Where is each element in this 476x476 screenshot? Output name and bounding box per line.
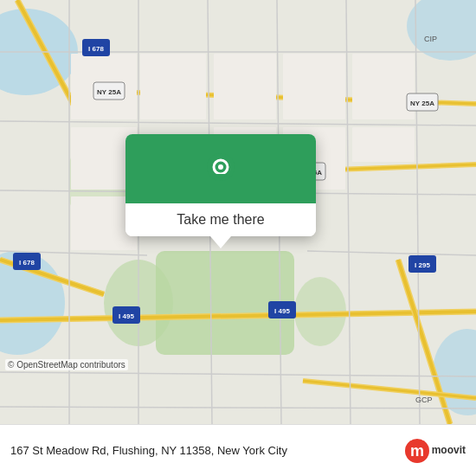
svg-rect-39 bbox=[352, 54, 415, 119]
svg-rect-37 bbox=[140, 54, 206, 119]
svg-text:m: m bbox=[410, 442, 424, 460]
svg-text:CIP: CIP bbox=[424, 35, 437, 43]
svg-text:I 295: I 295 bbox=[415, 261, 430, 269]
card-header bbox=[125, 134, 316, 203]
svg-rect-43 bbox=[214, 54, 276, 119]
svg-text:I 678: I 678 bbox=[88, 45, 104, 53]
moovit-icon: m bbox=[404, 438, 430, 464]
address-label: 167 St Meadow Rd, Flushing, NY 11358, Ne… bbox=[10, 444, 404, 457]
take-me-there-card[interactable]: Take me there bbox=[125, 134, 316, 236]
map-view: I 678 NY 25A NY 25A NY 25A I 678 I 495 I… bbox=[0, 0, 476, 424]
moovit-wordmark: moovit bbox=[432, 445, 466, 456]
svg-text:I 678: I 678 bbox=[19, 259, 35, 267]
svg-rect-38 bbox=[283, 54, 345, 119]
osm-attribution: © OpenStreetMap contributors bbox=[5, 359, 128, 370]
location-pin-icon bbox=[200, 150, 241, 191]
svg-text:I 495: I 495 bbox=[274, 307, 290, 315]
svg-point-66 bbox=[218, 164, 223, 170]
svg-text:NY 25A: NY 25A bbox=[97, 88, 121, 96]
svg-text:NY 25A: NY 25A bbox=[410, 100, 434, 107]
take-me-there-label[interactable]: Take me there bbox=[125, 203, 316, 236]
svg-text:I 495: I 495 bbox=[119, 312, 134, 320]
svg-rect-41 bbox=[352, 127, 415, 162]
bottom-bar: 167 St Meadow Rd, Flushing, NY 11358, Ne… bbox=[0, 424, 476, 476]
moovit-logo: m moovit bbox=[404, 438, 466, 464]
svg-text:GCP: GCP bbox=[415, 396, 433, 404]
